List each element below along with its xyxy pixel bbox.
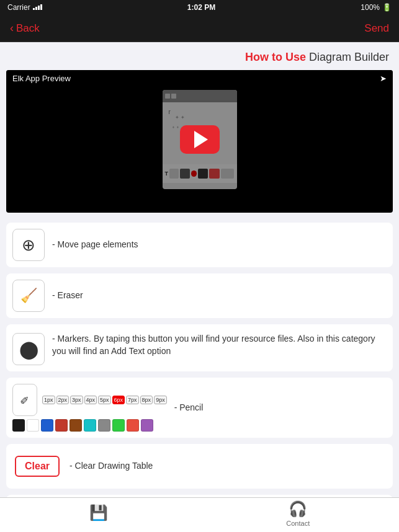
back-chevron-icon: ‹ bbox=[10, 22, 14, 35]
youtube-play-overlay[interactable] bbox=[180, 125, 220, 154]
video-preview[interactable]: Elk App Preview ➤ r ✦ ✦ ⬧ ⬧ T bbox=[6, 70, 393, 213]
video-content[interactable]: r ✦ ✦ ⬧ ⬧ T bbox=[6, 87, 393, 192]
send-label: Send bbox=[364, 22, 389, 34]
page-title-highlighted: How to Use bbox=[245, 51, 306, 63]
pencil-icon-box: ✏ bbox=[12, 384, 37, 416]
marker-icon-box: ⬤ bbox=[12, 333, 45, 365]
carrier-info: Carrier bbox=[7, 3, 42, 12]
swatch-white[interactable] bbox=[27, 419, 39, 432]
px-8[interactable]: 8px bbox=[140, 396, 153, 404]
tab-contact[interactable]: 🎧 Contact bbox=[286, 500, 310, 527]
wifi-icon bbox=[33, 3, 42, 12]
yt-play-button[interactable] bbox=[180, 125, 220, 154]
px-9[interactable]: 9px bbox=[154, 396, 167, 404]
clear-description: - Clear Drawing Table bbox=[69, 460, 387, 472]
swatch-blue[interactable] bbox=[41, 419, 53, 432]
battery-icon: 🔋 bbox=[382, 3, 392, 12]
feature-eraser: 🧹 - Eraser bbox=[6, 273, 393, 318]
px-2[interactable]: 2px bbox=[56, 396, 69, 404]
px-7[interactable]: 7px bbox=[126, 396, 139, 404]
feature-clear: Clear - Clear Drawing Table bbox=[6, 444, 393, 489]
battery-label: 100% bbox=[361, 3, 380, 12]
move-description: - Move page elements bbox=[52, 239, 387, 251]
color-swatches bbox=[12, 419, 167, 432]
battery-info: 100% 🔋 bbox=[361, 3, 392, 12]
pencil-controls: ✏ 1px 2px 3px 4px 5px 6px 7px 8px 9px bbox=[12, 384, 167, 432]
move-icon: ⊕ bbox=[22, 236, 35, 255]
tab-contact-label: Contact bbox=[286, 520, 310, 527]
swatch-gray[interactable] bbox=[98, 419, 110, 432]
swatch-red[interactable] bbox=[55, 419, 68, 432]
tab-save[interactable]: 💾 bbox=[89, 504, 108, 523]
send-button[interactable]: Send bbox=[364, 22, 389, 35]
px-4[interactable]: 4px bbox=[84, 396, 97, 404]
swatch-teal[interactable] bbox=[84, 419, 96, 432]
swatch-brown[interactable] bbox=[69, 419, 82, 432]
swatch-purple[interactable] bbox=[141, 419, 153, 432]
save-icon: 💾 bbox=[89, 504, 108, 521]
clear-button-image: Clear bbox=[15, 456, 60, 477]
nav-bar: ‹ Back Send bbox=[0, 15, 399, 42]
px-1[interactable]: 1px bbox=[42, 396, 55, 404]
video-header: Elk App Preview ➤ bbox=[6, 70, 393, 87]
feature-move: ⊕ - Move page elements bbox=[6, 223, 393, 267]
marker-description: - Markers. By taping this button you wil… bbox=[52, 333, 387, 357]
pencil-icon: ✏ bbox=[17, 392, 33, 408]
eraser-icon-box: 🧹 bbox=[12, 280, 45, 312]
status-bar: Carrier 1:02 PM 100% 🔋 bbox=[0, 0, 399, 15]
marker-icon: ⬤ bbox=[19, 339, 38, 360]
px-5[interactable]: 5px bbox=[98, 396, 111, 404]
headphones-icon: 🎧 bbox=[289, 500, 307, 518]
feature-marker: ⬤ - Markers. By taping this button you w… bbox=[6, 324, 393, 371]
swatch-orange-red[interactable] bbox=[127, 419, 139, 432]
tab-bar: 💾 🎧 Contact bbox=[0, 497, 399, 532]
clear-icon-box: Clear bbox=[12, 450, 62, 482]
feature-pencil: ✏ 1px 2px 3px 4px 5px 6px 7px 8px 9px bbox=[6, 378, 393, 438]
eraser-icon: 🧹 bbox=[20, 288, 37, 304]
swatch-black[interactable] bbox=[12, 419, 25, 432]
eraser-description: - Eraser bbox=[52, 290, 387, 302]
swatch-green[interactable] bbox=[112, 419, 125, 432]
px-6[interactable]: 6px bbox=[112, 396, 125, 404]
back-label: Back bbox=[16, 22, 40, 35]
video-title: Elk App Preview bbox=[12, 74, 71, 83]
share-icon: ➤ bbox=[380, 74, 387, 83]
status-time: 1:02 PM bbox=[187, 3, 215, 12]
carrier-label: Carrier bbox=[7, 3, 30, 12]
pencil-size-buttons: 1px 2px 3px 4px 5px 6px 7px 8px 9px bbox=[42, 396, 167, 404]
app-toolbar: T bbox=[163, 164, 237, 183]
page-title-rest: Diagram Builder bbox=[306, 51, 389, 63]
move-icon-box: ⊕ bbox=[12, 229, 45, 261]
px-3[interactable]: 3px bbox=[70, 396, 83, 404]
back-button[interactable]: ‹ Back bbox=[10, 22, 40, 35]
pencil-sizes-row: ✏ 1px 2px 3px 4px 5px 6px 7px 8px 9px bbox=[12, 384, 167, 416]
features-list: ⊕ - Move page elements 🧹 - Eraser ⬤ - Ma… bbox=[0, 223, 399, 532]
page-title: How to Use Diagram Builder bbox=[0, 42, 399, 70]
pencil-description: - Pencil bbox=[174, 402, 387, 414]
